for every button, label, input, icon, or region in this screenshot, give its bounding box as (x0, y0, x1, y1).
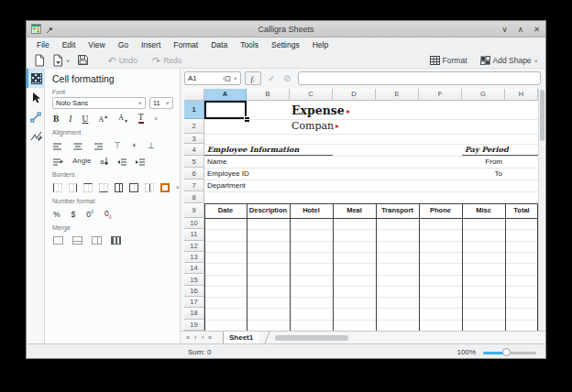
pin-icon[interactable] (46, 21, 53, 38)
sheet-tab[interactable]: Sheet1 (223, 332, 258, 343)
column-header-H[interactable]: H (505, 89, 538, 101)
border-right-icon[interactable] (69, 183, 78, 192)
border-bottom-icon[interactable] (99, 183, 108, 192)
new-document-button[interactable] (34, 54, 45, 67)
row-header-1[interactable]: 1 (184, 101, 204, 119)
indent-decrease-icon[interactable] (117, 153, 126, 169)
row-header-6[interactable]: 6 (184, 168, 204, 180)
row-header-17[interactable]: 17 (184, 297, 204, 308)
next-sheet-icon[interactable]: › (199, 332, 206, 343)
border-color-swatch[interactable] (160, 183, 170, 192)
font-size-select[interactable]: 11 ∨ (149, 97, 173, 109)
align-bottom-icon[interactable]: ⊥ (148, 141, 155, 150)
function-button[interactable]: f. (245, 71, 261, 85)
dissociate-cells-icon[interactable] (111, 236, 121, 245)
cell-reference-box[interactable]: A1 ∨ (184, 71, 241, 85)
cancel-formula-icon[interactable]: ⊘ (283, 71, 291, 85)
column-header-B[interactable]: B (247, 89, 290, 101)
vertical-scrollbar-thumb[interactable] (540, 90, 544, 141)
menu-item-format[interactable]: Format (167, 38, 204, 52)
cell-g5[interactable]: From (462, 156, 502, 168)
menu-item-help[interactable]: Help (306, 38, 335, 52)
align-center-icon[interactable] (73, 137, 82, 154)
border-left-icon[interactable] (53, 183, 62, 192)
border-vertical-icon[interactable] (145, 183, 154, 192)
merge-cells-icon[interactable] (53, 236, 63, 245)
subscript-button[interactable]: A▼ (118, 114, 128, 124)
maximize-icon[interactable]: ∧ (518, 21, 523, 38)
cell-c2[interactable]: Compan (292, 119, 339, 134)
minimize-icon[interactable]: ∨ (501, 21, 507, 38)
bold-button[interactable]: B (53, 114, 59, 124)
row-header-13[interactable]: 13 (184, 252, 204, 263)
increase-precision-icon[interactable]: 00 (86, 209, 94, 219)
cell-a7[interactable]: Department (207, 180, 246, 191)
menu-item-go[interactable]: Go (112, 38, 135, 52)
row-header-16[interactable]: 16 (184, 286, 204, 297)
titlebar[interactable]: Calligra Sheets ∨ ∧ ✕ (27, 21, 545, 38)
cell-row9-description[interactable]: Description (247, 203, 290, 218)
horizontal-scrollbar[interactable] (275, 335, 348, 341)
connector-tool-button[interactable] (27, 107, 45, 126)
menu-item-insert[interactable]: Insert (135, 38, 167, 52)
row-header-7[interactable]: 7 (184, 180, 204, 191)
cell-row9-transport[interactable]: Transport (376, 203, 419, 218)
vertical-scrollbar[interactable] (538, 89, 544, 331)
merge-vertical-icon[interactable] (92, 236, 102, 245)
italic-button[interactable]: I (69, 114, 72, 124)
column-header-G[interactable]: G (462, 89, 505, 101)
zoom-slider-knob[interactable] (502, 348, 511, 356)
format-button[interactable]: Format (430, 56, 468, 65)
cell-c1[interactable]: Expense (292, 101, 350, 119)
angle-button[interactable]: Angle (72, 157, 91, 165)
text-color-chevron-icon[interactable]: ∨ (154, 116, 158, 122)
cell-row9-hotel[interactable]: Hotel (290, 203, 333, 218)
close-icon[interactable]: ✕ (534, 21, 540, 38)
cell-row9-misc[interactable]: Misc (462, 203, 505, 218)
menu-item-settings[interactable]: Settings (265, 38, 306, 52)
row-header-19[interactable]: 19 (184, 320, 204, 331)
percent-format-icon[interactable]: % (53, 210, 60, 219)
last-sheet-icon[interactable]: » (206, 332, 214, 343)
column-header-D[interactable]: D (333, 89, 376, 101)
column-header-E[interactable]: E (376, 89, 419, 101)
currency-format-icon[interactable]: $ (72, 210, 76, 219)
previous-sheet-icon[interactable]: ‹ (192, 332, 199, 343)
zoom-slider[interactable] (483, 348, 536, 357)
open-document-button[interactable]: ∨ (52, 54, 70, 67)
cell-row9-total[interactable]: Total (505, 203, 538, 218)
formula-input[interactable] (298, 71, 541, 85)
align-middle-icon[interactable]: + (132, 141, 137, 150)
shape-selection-tool-button[interactable] (27, 88, 45, 107)
cell-row9-phone[interactable]: Phone (419, 203, 462, 218)
first-sheet-icon[interactable]: « (184, 332, 192, 343)
align-right-icon[interactable] (94, 137, 103, 154)
border-chevron-icon[interactable]: ∨ (176, 185, 180, 191)
selected-cell-a1[interactable] (204, 101, 247, 119)
superscript-button[interactable]: A▲ (98, 114, 108, 124)
row-header-3[interactable]: 3 (184, 134, 204, 144)
row-header-15[interactable]: 15 (184, 275, 204, 286)
text-color-button[interactable]: T (138, 114, 144, 124)
cell-row9-meal[interactable]: Meal (333, 203, 376, 218)
add-shape-button[interactable]: Add Shape ∨ (480, 56, 538, 65)
cell-g6[interactable]: To (462, 168, 502, 180)
redo-button[interactable]: ↷ Redo (152, 56, 182, 65)
align-top-icon[interactable]: ⊤ (114, 141, 121, 150)
row-header-11[interactable]: 11 (184, 229, 204, 240)
cell-a5[interactable]: Name (207, 156, 226, 168)
column-header-C[interactable]: C (290, 89, 333, 101)
font-family-select[interactable]: Noto Sans ∨ (52, 97, 146, 109)
menu-item-view[interactable]: View (82, 38, 111, 52)
row-header-4[interactable]: 4 (184, 144, 204, 156)
menu-item-edit[interactable]: Edit (56, 38, 82, 52)
column-header-F[interactable]: F (419, 89, 462, 101)
cell-tool-button[interactable] (27, 69, 45, 88)
vertical-text-icon[interactable]: a (100, 153, 108, 169)
undo-button[interactable]: ↶ Undo (107, 56, 138, 65)
column-header-A[interactable]: A (204, 89, 247, 101)
text-direction-icon[interactable] (53, 153, 63, 169)
merge-horizontal-icon[interactable] (72, 236, 82, 245)
row-header-14[interactable]: 14 (184, 263, 204, 274)
menu-item-tools[interactable]: Tools (234, 38, 265, 52)
